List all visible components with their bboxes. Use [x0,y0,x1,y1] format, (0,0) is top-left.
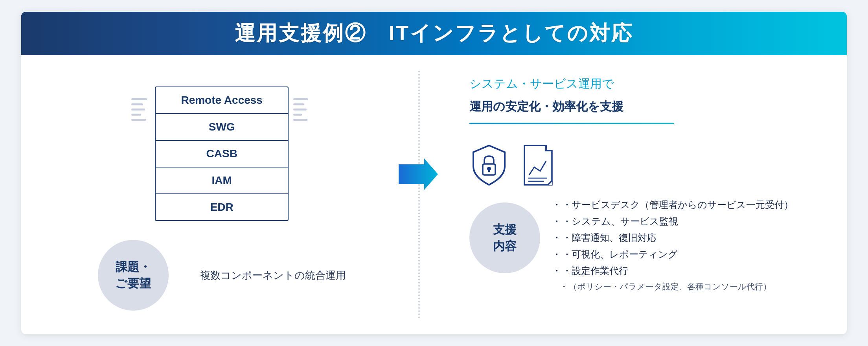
signal-lines-left [131,98,147,121]
subtitle-underline [469,123,674,124]
bullet-item-1: ・ サービスデスク（管理者からのサービス一元受付） [552,199,793,211]
bullet-item-3: ・ 障害通知、復旧対応 [552,232,793,244]
stack-container: Remote Access SWG CASB IAM EDR [155,86,289,220]
document-chart-icon [520,144,558,187]
stack-box-edr: EDR [155,193,289,221]
challenge-row: 課題・ ご要望 複数コンポーネントの統合運用 [98,240,346,311]
bullet-item-6: （ポリシー・パラメータ設定、各種コンソール代行） [560,281,793,292]
support-circle-text: 支援 内容 [493,221,517,254]
bullet-item-5: ・ 設定作業代行 [552,265,793,277]
support-line1: 支援 [493,223,517,236]
left-panel: Remote Access SWG CASB IAM EDR 課題・ ご要望 複… [45,71,399,318]
bullet-text-4: 可視化、レポーティング [572,248,678,261]
page-title: 運用支援例② ITインフラとしての対応 [235,20,633,47]
support-circle: 支援 内容 [469,202,540,273]
subtitle-line2: 運用の安定化・効率化を支援 [469,99,823,115]
shield-lock-icon [469,144,509,187]
support-section: 支援 内容 ・ サービスデスク（管理者からのサービス一元受付） ・ システム、サ… [469,199,823,292]
bullet-dot-4: ・ [562,248,572,261]
center-divider [399,71,438,318]
stack-box-remote-access: Remote Access [155,86,289,114]
subtitle-line1: システム・サービス運用で [469,75,823,92]
signal-line-r2 [293,103,304,105]
challenge-line2: ご要望 [115,277,151,290]
bullet-dot-2: ・ [562,215,572,228]
dotted-divider [418,71,420,318]
arrow-container [399,156,438,193]
signal-line-r4 [293,114,302,116]
signal-line-4 [131,114,141,116]
icons-row [469,144,823,187]
bullet-dot-1: ・ [562,199,572,211]
challenge-circle: 課題・ ご要望 [98,240,169,311]
main-container: 運用支援例② ITインフラとしての対応 [21,12,847,334]
challenge-circle-text: 課題・ ご要望 [115,259,151,292]
svg-rect-3 [488,169,490,172]
arrow-svg [399,156,438,192]
bullet-item-4: ・ 可視化、レポーティング [552,248,793,261]
bullet-text-5: 設定作業代行 [572,265,628,277]
bullet-text-3: 障害通知、復旧対応 [572,232,657,244]
challenge-description: 複数コンポーネントの統合運用 [200,269,346,282]
stack-box-casb: CASB [155,140,289,167]
svg-marker-0 [399,158,438,190]
subtitle-block: システム・サービス運用で 運用の安定化・効率化を支援 [469,75,823,136]
signal-line-1 [131,98,147,100]
bullet-text-1: サービスデスク（管理者からのサービス一元受付） [572,199,793,211]
signal-line-5 [131,119,146,121]
signal-line-r5 [293,119,307,121]
stack-box-iam: IAM [155,167,289,194]
bullet-dot-5: ・ [562,265,572,277]
content-area: Remote Access SWG CASB IAM EDR 課題・ ご要望 複… [21,55,847,334]
challenge-line1: 課題・ [116,260,151,273]
bullet-list: ・ サービスデスク（管理者からのサービス一元受付） ・ システム、サービス監視 … [552,199,793,292]
signal-lines-right [293,98,308,121]
bullet-text-2: システム、サービス監視 [572,215,678,228]
signal-line-r3 [293,109,307,110]
signal-line-3 [131,109,145,110]
bullet-text-6: （ポリシー・パラメータ設定、各種コンソール代行） [569,281,771,292]
signal-line-r1 [293,98,308,100]
signal-line-2 [131,103,143,105]
bullet-item-2: ・ システム、サービス監視 [552,215,793,228]
bullet-dot-3: ・ [562,232,572,244]
right-panel: システム・サービス運用で 運用の安定化・効率化を支援 [438,71,823,318]
header-bar: 運用支援例② ITインフラとしての対応 [21,12,847,55]
stack-box-swg: SWG [155,113,289,141]
support-line2: 内容 [493,239,517,252]
